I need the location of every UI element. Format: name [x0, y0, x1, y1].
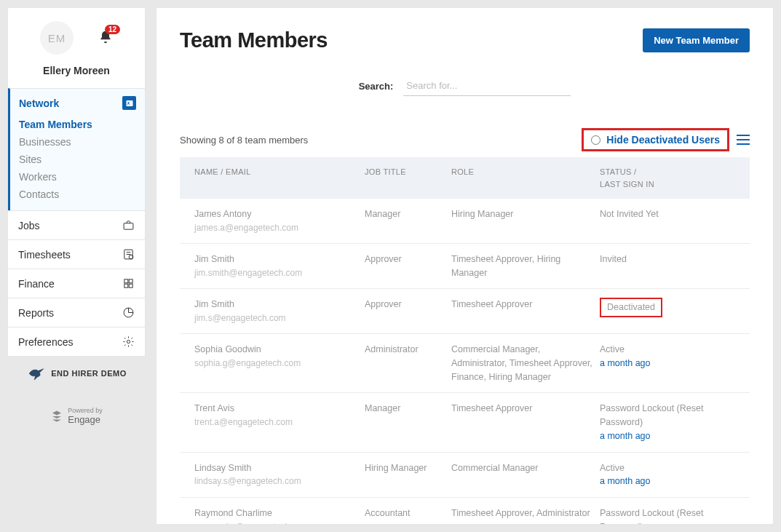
cell-role: Commercial Manager, Administrator, Times… — [451, 343, 597, 384]
cell-name-email: James Antonyjames.a@engagetech.com — [194, 207, 362, 234]
brand-tagline: END HIRER DEMO — [7, 365, 146, 381]
sidebar-item-timesheets[interactable]: Timesheets — [8, 239, 145, 269]
sidebar-item-sites[interactable]: Sites — [19, 151, 136, 168]
cell-status: Invited — [600, 253, 735, 266]
sidebar-item-jobs[interactable]: Jobs — [8, 210, 145, 239]
cell-job-title: Approver — [365, 298, 448, 311]
cell-role: Commercial Manager — [451, 461, 597, 475]
cell-status: Not Invited Yet — [600, 207, 735, 221]
svg-rect-7 — [124, 279, 128, 283]
radio-unchecked-icon — [591, 135, 600, 145]
sidebar-item-reports[interactable]: Reports — [8, 298, 145, 327]
result-count: Showing 8 of 8 team members — [180, 135, 308, 146]
sidebar-item-label: Preferences — [18, 336, 73, 348]
last-sign-in-link[interactable]: a month ago — [600, 475, 735, 488]
svg-rect-2 — [124, 223, 133, 230]
svg-point-12 — [127, 340, 130, 343]
table-row[interactable]: Sophia Goodwinsophia.g@engagetech.comAdm… — [180, 334, 750, 393]
powered-by-brand: Engage — [68, 415, 103, 425]
sidebar-item-finance[interactable]: Finance — [8, 269, 145, 298]
sidebar-card: EM 12 Ellery Moreen Network — [7, 7, 146, 357]
last-sign-in-link[interactable]: a month ago — [600, 429, 735, 443]
sidebar-item-businesses[interactable]: Businesses — [19, 133, 136, 151]
notifications-button[interactable]: 12 — [98, 30, 113, 47]
hide-deactivated-label: Hide Deactivated Users — [606, 134, 720, 146]
hummingbird-icon — [26, 365, 47, 381]
sidebar-item-label: Jobs — [18, 220, 40, 231]
table-header: NAME / EMAIL JOB TITLE ROLE STATUS / LAS… — [180, 157, 750, 199]
table-row[interactable]: Raymond Charlimeraymond.c@engagetech.com… — [180, 498, 750, 525]
cell-name-email: Sophia Goodwinsophia.g@engagetech.com — [194, 343, 362, 370]
cell-name-email: Raymond Charlimeraymond.c@engagetech.com — [194, 507, 362, 525]
sidebar-section-network: Network Team Members Businesses Sites Wo… — [8, 88, 145, 210]
col-role: ROLE — [451, 166, 597, 178]
cell-role: Timesheet Approver — [451, 298, 597, 311]
svg-rect-9 — [124, 284, 128, 287]
cell-role: Timesheet Approver, Administrator — [451, 507, 597, 520]
profile-name: Ellery Moreen — [8, 59, 145, 88]
hide-deactivated-toggle[interactable]: Hide Deactivated Users — [582, 128, 729, 151]
cell-role: Timesheet Approver, Hiring Manager — [451, 253, 597, 280]
team-members-table: NAME / EMAIL JOB TITLE ROLE STATUS / LAS… — [180, 157, 750, 525]
cell-job-title: Approver — [365, 253, 448, 266]
avatar[interactable]: EM — [40, 21, 74, 55]
search-label: Search: — [359, 81, 394, 92]
table-row[interactable]: Jim Smithjim.smith@engagetech.comApprove… — [180, 244, 750, 290]
contact-card-icon — [122, 96, 136, 110]
svg-rect-8 — [129, 279, 132, 283]
col-name: NAME / EMAIL — [194, 166, 362, 178]
main-panel: Team Members New Team Member Search: Sho… — [156, 7, 774, 525]
sidebar-item-team-members[interactable]: Team Members — [19, 116, 136, 133]
search-row: Search: — [180, 76, 750, 96]
table-row[interactable]: Trent Avistrent.a@engagetech.comManagerT… — [180, 393, 750, 452]
cell-job-title: Hiring Manager — [365, 461, 448, 475]
cell-job-title: Manager — [365, 402, 448, 416]
notification-badge: 12 — [105, 25, 120, 34]
sidebar-item-label: Finance — [18, 278, 55, 290]
cell-name-email: Jim Smithjim.smith@engagetech.com — [194, 253, 362, 279]
cell-status: Password Lockout (Reset Password)a month… — [600, 402, 735, 442]
sidebar-network-subitems: Team Members Businesses Sites Workers Co… — [10, 116, 145, 210]
cell-status: Deactivated — [600, 298, 735, 317]
sidebar-network-header[interactable]: Network — [10, 89, 145, 116]
svg-rect-0 — [126, 100, 132, 106]
powered-by: Powered by Engage — [7, 408, 146, 425]
cell-job-title: Manager — [365, 207, 448, 221]
svg-rect-10 — [129, 284, 132, 287]
table-row[interactable]: Jim Smithjim.s@engagetech.comApproverTim… — [180, 289, 750, 334]
sidebar-item-workers[interactable]: Workers — [19, 168, 136, 186]
page-title: Team Members — [180, 28, 328, 52]
brand-tagline-text: END HIRER DEMO — [51, 369, 127, 378]
sidebar-item-contacts[interactable]: Contacts — [19, 186, 136, 203]
sidebar-item-preferences[interactable]: Preferences — [8, 327, 145, 356]
cell-name-email: Jim Smithjim.s@engagetech.com — [194, 298, 362, 325]
cell-name-email: Lindsay Smithlindsay.s@engagetech.com — [194, 461, 362, 488]
table-row[interactable]: James Antonyjames.a@engagetech.comManage… — [180, 199, 750, 244]
cell-status: Activea month ago — [600, 343, 735, 370]
col-status: STATUS / LAST SIGN IN — [600, 166, 735, 190]
new-team-member-button[interactable]: New Team Member — [643, 28, 750, 52]
sidebar: EM 12 Ellery Moreen Network — [7, 7, 146, 525]
search-input[interactable] — [403, 76, 571, 96]
cell-status: Password Lockout (Reset Password)a month… — [600, 507, 735, 525]
cell-status: Activea month ago — [600, 461, 735, 489]
menu-icon[interactable] — [737, 135, 750, 145]
pie-chart-icon — [122, 306, 135, 319]
grid-icon — [122, 277, 135, 290]
timesheet-icon — [122, 248, 135, 261]
sidebar-item-label: Reports — [18, 307, 54, 319]
cell-job-title: Accountant — [365, 507, 448, 520]
gear-icon — [122, 336, 135, 348]
cell-role: Hiring Manager — [451, 207, 597, 221]
title-row: Team Members New Team Member — [180, 28, 750, 52]
last-sign-in-link[interactable]: a month ago — [600, 357, 735, 370]
briefcase-icon — [122, 219, 135, 231]
list-meta-row: Showing 8 of 8 team members Hide Deactiv… — [180, 128, 750, 151]
cell-name-email: Trent Avistrent.a@engagetech.com — [194, 402, 362, 429]
cell-role: Timesheet Approver — [451, 402, 597, 416]
deactivated-chip: Deactivated — [600, 298, 662, 317]
sidebar-network-label: Network — [19, 98, 59, 109]
table-row[interactable]: Lindsay Smithlindsay.s@engagetech.comHir… — [180, 453, 750, 499]
sidebar-item-label: Timesheets — [18, 249, 71, 261]
profile-row: EM 12 — [8, 18, 145, 59]
